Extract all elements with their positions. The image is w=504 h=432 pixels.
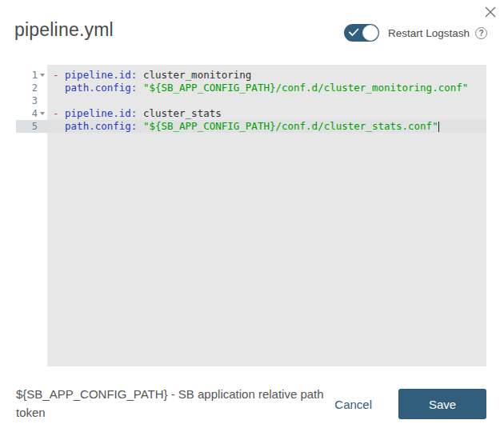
code-line[interactable] [47,94,486,107]
code-line[interactable]: path.config: "${SB_APP_CONFIG_PATH}/conf… [47,82,486,94]
fold-arrow-icon[interactable] [40,74,45,77]
line-number: 2 [16,82,47,94]
cancel-button[interactable]: Cancel [334,398,372,411]
help-icon[interactable]: ? [475,27,487,39]
code-line[interactable]: path.config: "${SB_APP_CONFIG_PATH}/conf… [47,120,486,133]
line-number: 1 [16,69,47,82]
close-x-glyph [483,5,498,19]
close-icon[interactable] [483,5,498,19]
text-cursor [438,122,439,132]
check-icon [349,28,359,37]
header-controls: Restart Logstash ? [344,24,487,42]
footer-actions: Cancel Save [334,389,486,419]
code-line[interactable]: - pipeline.id: cluster_monitoring [47,69,486,82]
restart-logstash-label: Restart Logstash [388,27,470,39]
toggle-knob [362,25,378,41]
path-token-hint: ${SB_APP_CONFIG_PATH} - SB application r… [16,385,324,422]
line-number: 3 [16,94,47,107]
save-button[interactable]: Save [398,389,486,419]
line-number: 4 [16,107,47,120]
editor-code[interactable]: - pipeline.id: cluster_monitoring path.c… [47,65,486,366]
editor-gutter: 12345 [16,65,47,366]
code-editor[interactable]: 12345 - pipeline.id: cluster_monitoring … [16,65,486,366]
line-number: 5 [16,120,47,133]
fold-arrow-icon[interactable] [40,112,45,115]
modal-title: pipeline.yml [14,19,114,41]
restart-logstash-toggle[interactable] [344,24,379,42]
code-line[interactable]: - pipeline.id: cluster_stats [47,107,486,120]
